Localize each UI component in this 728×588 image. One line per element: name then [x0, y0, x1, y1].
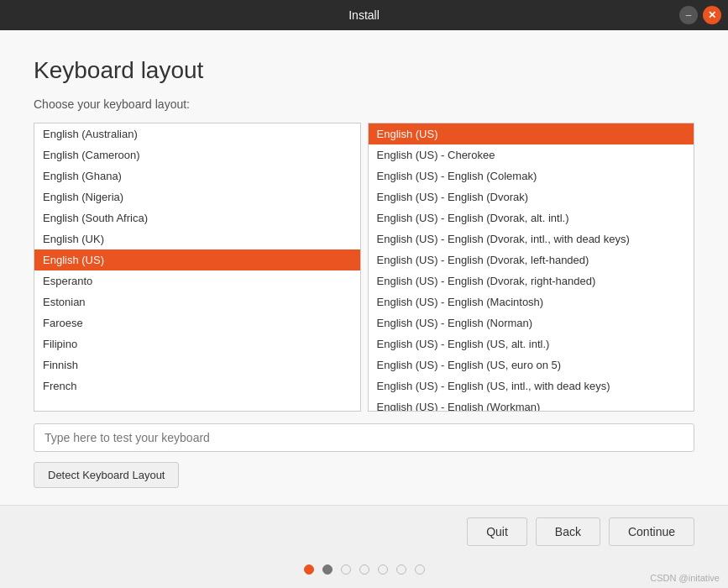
list-item[interactable]: English (US) - English (Dvorak, intl., w… — [369, 228, 694, 249]
bottom-bar: Quit Back Continue — [0, 505, 728, 558]
list-item[interactable]: English (Cameroon) — [34, 144, 360, 165]
list-item[interactable]: English (US) - English (US, euro on 5) — [369, 354, 694, 375]
progress-dot-2 — [322, 564, 333, 575]
list-item[interactable]: English (US) - English (Dvorak, right-ha… — [369, 270, 694, 291]
progress-dot-5 — [378, 564, 388, 575]
list-item[interactable]: English (South Africa) — [34, 207, 360, 228]
window-controls: – ✕ — [679, 6, 721, 24]
list-item[interactable]: English (US) - English (Colemak) — [369, 165, 694, 186]
list-item[interactable]: English (US) - English (Dvorak, left-han… — [369, 249, 694, 270]
list-item[interactable]: Faroese — [34, 312, 360, 333]
list-item[interactable]: English (US) - English (Dvorak) — [369, 186, 694, 207]
list-item[interactable]: English (UK) — [34, 228, 360, 249]
language-list[interactable]: English (Australian)English (Cameroon)En… — [34, 123, 361, 412]
back-button[interactable]: Back — [536, 517, 600, 546]
list-item[interactable]: English (US) - Cherokee — [369, 144, 694, 165]
page-title: Keyboard layout — [34, 57, 694, 84]
progress-dot-4 — [359, 564, 369, 575]
window-title: Install — [348, 8, 380, 22]
keyboard-test-input[interactable] — [34, 423, 694, 452]
detect-keyboard-layout-button[interactable]: Detect Keyboard Layout — [34, 462, 179, 488]
list-item[interactable]: Finnish — [34, 354, 360, 375]
subtitle: Choose your keyboard layout: — [34, 97, 694, 111]
list-item[interactable]: English (US) - English (Norman) — [369, 312, 694, 333]
progress-dot-3 — [341, 564, 351, 575]
list-item[interactable]: English (US) - English (US, alt. intl.) — [369, 333, 694, 354]
list-item[interactable]: English (US) — [34, 249, 360, 270]
list-item[interactable]: English (US) - English (Macintosh) — [369, 291, 694, 312]
quit-button[interactable]: Quit — [467, 517, 527, 546]
list-item[interactable]: Esperanto — [34, 270, 360, 291]
main-content: Keyboard layout Choose your keyboard lay… — [0, 30, 728, 505]
list-item[interactable]: Estonian — [34, 291, 360, 312]
progress-dots — [0, 558, 728, 588]
list-item[interactable]: English (US) - English (Dvorak, alt. int… — [369, 207, 694, 228]
list-item[interactable]: French — [34, 375, 360, 396]
progress-dot-1 — [304, 564, 314, 575]
minimize-button[interactable]: – — [679, 6, 698, 24]
layout-selector: English (Australian)English (Cameroon)En… — [34, 123, 694, 412]
progress-dot-7 — [415, 564, 425, 575]
watermark: CSDN @initative — [650, 573, 720, 583]
continue-button[interactable]: Continue — [609, 517, 694, 546]
list-item[interactable]: English (Nigeria) — [34, 186, 360, 207]
list-item[interactable]: English (US) - English (US, intl., with … — [369, 375, 694, 396]
list-item[interactable]: English (Ghana) — [34, 165, 360, 186]
progress-dot-6 — [396, 564, 406, 575]
list-item[interactable]: English (Australian) — [34, 123, 360, 144]
variant-list[interactable]: English (US)English (US) - CherokeeEngli… — [368, 123, 695, 412]
list-item[interactable]: English (US) — [369, 123, 694, 144]
close-button[interactable]: ✕ — [703, 6, 721, 24]
titlebar: Install – ✕ — [0, 0, 728, 30]
detect-section: Detect Keyboard Layout — [34, 462, 694, 488]
list-item[interactable]: Filipino — [34, 333, 360, 354]
test-input-wrapper — [34, 423, 694, 452]
list-item[interactable]: English (US) - English (Workman) — [369, 396, 694, 412]
